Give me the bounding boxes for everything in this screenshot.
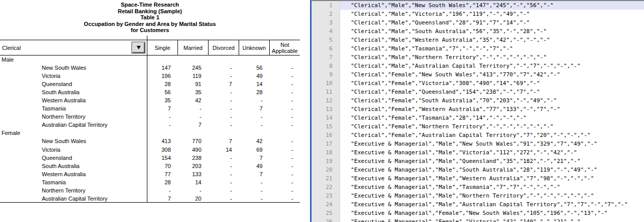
value-cell: - (208, 97, 239, 103)
editor-line-text[interactable]: "Clerical","Male","South Australia","56"… (340, 27, 644, 36)
editor-line[interactable]: 25"Executive & Managerial","Female","New… (312, 209, 644, 217)
editor-line-text[interactable]: "Clerical","Male","Queensland","28","91"… (340, 18, 644, 27)
area-label: Northern Territory (0, 187, 147, 193)
area-label: Tasmania (0, 105, 147, 112)
csv-editor[interactable]: 1"Clerical","Male","New South Wales","14… (310, 0, 644, 222)
editor-line-text[interactable]: "Executive & Managerial","Male","South A… (340, 165, 644, 174)
editor-line[interactable]: 3"Clerical","Male","Queensland","28","91… (312, 18, 644, 27)
group-row: Female (0, 129, 300, 137)
editor-line-text[interactable]: "Clerical","Male","Northern Territory","… (340, 53, 644, 62)
editor-line-text[interactable]: "Clerical","Male","Western Australia","3… (340, 36, 644, 44)
editor-line-text[interactable]: "Executive & Managerial","Male","Norther… (340, 191, 644, 200)
editor-line[interactable]: 7"Clerical","Male","Northern Territory",… (312, 53, 644, 62)
value-cell: 35 (177, 89, 208, 95)
editor-line-text[interactable]: "Clerical","Female","Western Australia",… (340, 105, 644, 114)
value-cell: 42 (177, 97, 208, 103)
editor-line-text[interactable]: "Clerical","Male","New South Wales","147… (340, 1, 644, 10)
table-row: South Australia70203-49- (0, 162, 300, 170)
line-number: 12 (312, 96, 340, 105)
editor-line[interactable]: 1"Clerical","Male","New South Wales","14… (312, 1, 644, 10)
editor-line[interactable]: 9"Clerical","Female","New South Wales","… (312, 70, 644, 79)
value-cell: 28 (239, 89, 269, 95)
editor-line[interactable]: 21"Executive & Managerial","Male","Weste… (312, 174, 644, 183)
line-number: 19 (312, 157, 340, 165)
editor-line-text[interactable]: "Executive & Managerial","Male","Western… (340, 174, 644, 183)
line-number: 18 (312, 148, 340, 157)
editor-line[interactable]: 5"Clerical","Male","Western Australia","… (312, 36, 644, 44)
value-cell: 413 (147, 138, 177, 144)
editor-line-text[interactable]: "Executive & Managerial","Female","New S… (340, 209, 644, 217)
editor-line-text[interactable]: "Executive & Managerial","Male","New Sou… (340, 140, 644, 148)
editor-line-text[interactable]: "Executive & Managerial","Male","Victori… (340, 148, 644, 157)
group-label: Female (0, 130, 147, 136)
dropdown-arrow-button[interactable] (132, 42, 145, 53)
editor-line[interactable]: 22"Executive & Managerial","Male","Tasma… (312, 183, 644, 191)
title-line: Table 1 (0, 14, 300, 21)
line-number: 25 (312, 209, 340, 217)
table-body: MaleNew South Wales147245-56-Victoria196… (0, 55, 300, 203)
value-cell: - (239, 97, 269, 103)
line-number: 24 (312, 200, 340, 209)
editor-line[interactable]: 16"Clerical","Female","Australian Capita… (312, 131, 644, 140)
value-cell: 35 (147, 97, 177, 103)
editor-line[interactable]: 11"Clerical","Female","Queensland","154"… (312, 88, 644, 96)
table-row: Western Australia3542--- (0, 96, 300, 104)
editor-line[interactable]: 26"Executive & Managerial","Female","Vic… (312, 217, 644, 222)
value-cell: - (269, 114, 300, 120)
editor-line[interactable]: 12"Clerical","Female","South Australia",… (312, 96, 644, 105)
editor-line-text[interactable]: "Clerical","Female","Victoria","308","49… (340, 79, 644, 88)
editor-line[interactable]: 13"Clerical","Female","Western Australia… (312, 105, 644, 114)
editor-line[interactable]: 20"Executive & Managerial","Male","South… (312, 165, 644, 174)
chevron-down-icon (137, 46, 141, 49)
editor-line[interactable]: 23"Executive & Managerial","Male","North… (312, 191, 644, 200)
editor-line-text[interactable]: "Clerical","Female","Queensland","154","… (340, 88, 644, 96)
value-cell: 7 (147, 105, 177, 112)
value-cell: - (269, 171, 300, 177)
editor-line[interactable]: 15"Clerical","Female","Northern Territor… (312, 122, 644, 131)
value-cell: - (177, 187, 208, 193)
value-cell: 91 (177, 81, 208, 87)
editor-line[interactable]: 2"Clerical","Male","Victoria","196","119… (312, 10, 644, 18)
title-line: for Customers (0, 27, 300, 34)
value-cell: - (269, 196, 300, 202)
editor-line-text[interactable]: "Clerical","Female","South Australia","7… (340, 96, 644, 105)
editor-line-text[interactable]: "Clerical","Male","Victoria","196","119"… (340, 10, 644, 18)
editor-line-text[interactable]: "Clerical","Male","Australian Capital Te… (340, 62, 644, 70)
editor-line[interactable]: 6"Clerical","Male","Tasmania","7","-","-… (312, 44, 644, 53)
table-bottom-border (0, 202, 300, 203)
column-header: Single (147, 40, 177, 55)
area-label: New South Wales (0, 65, 147, 71)
value-cell: - (269, 179, 300, 185)
value-cell: - (239, 196, 269, 202)
editor-line[interactable]: 10"Clerical","Female","Victoria","308","… (312, 79, 644, 88)
editor-line[interactable]: 4"Clerical","Male","South Australia","56… (312, 27, 644, 36)
editor-line[interactable]: 14"Clerical","Female","Tasmania","28","1… (312, 114, 644, 122)
value-cell: - (269, 97, 300, 103)
editor-line-text[interactable]: "Clerical","Female","Northern Territory"… (340, 122, 644, 131)
editor-line-text[interactable]: "Executive & Managerial","Male","Austral… (340, 200, 644, 209)
editor-line-text[interactable]: "Clerical","Male","Tasmania","7","-","-"… (340, 44, 644, 53)
editor-line[interactable]: 17"Executive & Managerial","Male","New S… (312, 140, 644, 148)
area-label: South Australia (0, 89, 147, 95)
value-cell: 14 (239, 81, 269, 87)
line-number: 1 (312, 1, 340, 10)
editor-line[interactable]: 24"Executive & Managerial","Male","Austr… (312, 200, 644, 209)
editor-line-text[interactable]: "Clerical","Female","Australian Capital … (340, 131, 644, 140)
line-number: 8 (312, 62, 340, 70)
editor-line-text[interactable]: "Clerical","Female","Tasmania","28","14"… (340, 114, 644, 122)
editor-line[interactable]: 8"Clerical","Male","Australian Capital T… (312, 62, 644, 70)
line-number: 4 (312, 27, 340, 36)
editor-line-text[interactable]: "Clerical","Female","New South Wales","4… (340, 70, 644, 79)
value-cell: - (208, 122, 239, 128)
area-label: Western Australia (0, 171, 147, 177)
line-number: 5 (312, 36, 340, 44)
editor-line-text[interactable]: "Executive & Managerial","Male","Queensl… (340, 157, 644, 165)
occupation-dropdown[interactable]: Clerical (0, 40, 147, 55)
editor-line[interactable]: 19"Executive & Managerial","Male","Queen… (312, 157, 644, 165)
value-cell: 7 (177, 122, 208, 128)
table-row: New South Wales413770742- (0, 137, 300, 145)
value-cell: - (208, 65, 239, 71)
editor-line[interactable]: 18"Executive & Managerial","Male","Victo… (312, 148, 644, 157)
editor-line-text[interactable]: "Executive & Managerial","Male","Tasmani… (340, 183, 644, 191)
editor-line-text[interactable]: "Executive & Managerial","Female","Victo… (340, 217, 644, 222)
